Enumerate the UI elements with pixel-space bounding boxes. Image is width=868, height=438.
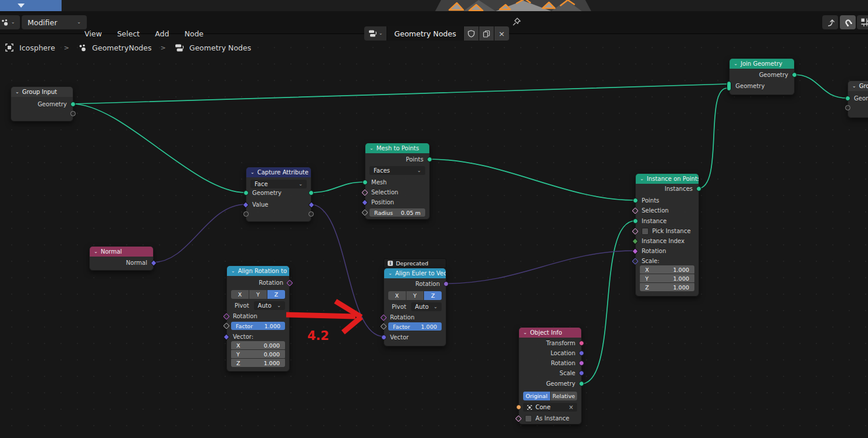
collapse-icon[interactable]: ⌄ (15, 90, 19, 95)
field-label: Y (236, 351, 240, 358)
collapse-icon[interactable]: ⌄ (250, 170, 255, 175)
socket-instances-output[interactable] (696, 186, 701, 191)
node-header[interactable]: ⌄Instance on Points (636, 174, 699, 184)
socket-geometry-output[interactable] (792, 72, 797, 78)
axis-x-button[interactable]: X (231, 290, 249, 299)
node-join-geometry[interactable]: ⌄Join Geometry Geometry Geometry (729, 58, 795, 95)
pivot-dropdown[interactable]: Auto⌄ (411, 302, 442, 311)
vector-y-field[interactable]: Y0.000 (231, 350, 285, 358)
socket-points-output[interactable] (427, 157, 432, 162)
socket-label: Selection (642, 207, 669, 214)
collapse-icon[interactable]: ⌄ (94, 250, 98, 254)
axis-z-button[interactable]: Z (267, 290, 285, 299)
socket-virtual[interactable] (845, 105, 850, 110)
node-header[interactable]: ⌄Align Euler to Vector (384, 268, 446, 278)
breadcrumb-modifier[interactable]: GeometryNodes (92, 43, 151, 52)
axis-y-button[interactable]: Y (249, 290, 267, 299)
socket-geometry-output[interactable] (308, 190, 314, 196)
editor-corner-tab[interactable] (0, 0, 62, 11)
socket-scale-output[interactable] (579, 370, 584, 376)
scale-z-field[interactable]: Z1.000 (640, 283, 694, 291)
node-normal[interactable]: ⌄Normal Normal (89, 246, 154, 271)
socket-transform-output[interactable] (579, 341, 584, 346)
vector-z-field[interactable]: Z1.000 (231, 359, 285, 367)
socket-rotation-output[interactable] (579, 360, 584, 366)
field-value: 1.000 (264, 360, 280, 366)
factor-slider[interactable]: Factor 1.000 (231, 322, 285, 330)
node-header[interactable]: ⌄Normal (90, 247, 153, 257)
socket-geometry-output[interactable] (579, 381, 584, 386)
axis-y-button[interactable]: Y (406, 291, 424, 300)
domain-value: Face (255, 181, 268, 187)
node-align-rotation-to-vector[interactable]: ⌄Align Rotation to Ve... Rotation X Y Z … (226, 265, 290, 372)
node-header[interactable]: ⌄Group (848, 81, 868, 91)
node-header[interactable]: ⌄Object Info (519, 328, 581, 338)
as-instance-checkbox[interactable] (525, 415, 532, 422)
node-header[interactable]: ⌄Align Rotation to Ve... (227, 266, 289, 276)
output-geometry-row: Geometry (730, 70, 794, 80)
node-mesh-to-points[interactable]: ⌄Mesh to Points Points Faces⌄ Mesh Selec… (365, 143, 430, 220)
editor-type-button[interactable]: ⌄ (0, 15, 20, 29)
node-instance-on-points[interactable]: ⌄Instance on Points Instances Points Sel… (635, 173, 699, 297)
socket-geometry-input[interactable] (845, 96, 850, 101)
mode-dropdown[interactable]: Faces⌄ (369, 166, 425, 175)
go-to-parent-tree-button[interactable] (822, 15, 838, 29)
socket-virtual[interactable] (308, 211, 314, 217)
overlays-button[interactable] (857, 15, 868, 29)
scale-y-field[interactable]: Y1.000 (640, 274, 694, 282)
socket-rotation-output[interactable] (443, 281, 449, 287)
pick-instance-checkbox[interactable] (642, 228, 649, 235)
snap-toggle-button[interactable] (840, 15, 856, 29)
node-object-info[interactable]: ⌄Object Info Transform Location Rotation… (518, 327, 582, 424)
factor-slider[interactable]: Factor 1.000 (388, 322, 442, 331)
close-icon[interactable]: × (569, 404, 574, 410)
shader-type-dropdown[interactable]: Modifier ⌄ (22, 15, 87, 29)
socket-instance-input[interactable] (633, 218, 638, 224)
axis-z-button[interactable]: Z (424, 291, 442, 300)
socket-location-output[interactable] (579, 351, 584, 356)
node-align-euler-to-vector[interactable]: ⌄Align Euler to Vector Rotation X Y Z Pi… (384, 268, 446, 346)
pin-icon[interactable] (511, 17, 521, 27)
socket-points-input[interactable] (633, 198, 638, 203)
socket-virtual[interactable] (70, 111, 76, 116)
socket-geometry-input[interactable] (243, 190, 249, 196)
node-header[interactable]: ⌄Capture Attribute (246, 167, 311, 177)
node-group-input[interactable]: ⌄Group Input Geometry (11, 86, 73, 122)
original-button[interactable]: Original (523, 392, 550, 400)
breadcrumb-object[interactable]: Icosphere (19, 43, 55, 52)
collapse-icon[interactable]: ⌄ (734, 62, 738, 66)
node-capture-attribute[interactable]: ⌄Capture Attribute Face⌄ Geometry Value (246, 167, 311, 222)
input-selection-row: Selection (636, 205, 699, 215)
socket-virtual[interactable] (243, 211, 249, 217)
collapse-icon[interactable]: ⌄ (231, 269, 235, 274)
axis-x-button[interactable]: X (388, 291, 406, 300)
socket-label: Vector (390, 334, 409, 341)
domain-dropdown[interactable]: Face⌄ (250, 180, 307, 188)
relative-button[interactable]: Relative (551, 392, 578, 400)
breadcrumb-tree[interactable]: Geometry Nodes (189, 43, 251, 52)
collapse-icon[interactable]: ⌄ (640, 177, 644, 181)
deprecated-banner: i Deprecated (384, 258, 446, 268)
node-header[interactable]: ⌄Group Input (11, 87, 73, 97)
output-scale-row: Scale (519, 368, 581, 378)
radius-slider[interactable]: Radius 0.05 m (369, 208, 425, 217)
collapse-icon[interactable]: ⌄ (388, 271, 392, 276)
object-field[interactable]: Cone × (523, 403, 577, 412)
collapse-icon[interactable]: ⌄ (369, 146, 374, 151)
socket-mesh-input[interactable] (362, 180, 368, 185)
node-group-output[interactable]: ⌄Group Geometry (847, 80, 868, 118)
socket-object-input[interactable] (516, 405, 521, 410)
collapse-icon[interactable]: ⌄ (852, 84, 856, 89)
node-title: Normal (101, 248, 122, 255)
collapse-icon[interactable]: ⌄ (523, 331, 527, 335)
factor-value: 1.000 (421, 324, 437, 330)
node-header[interactable]: ⌄Join Geometry (730, 59, 794, 69)
socket-vector-input[interactable] (381, 335, 386, 340)
vector-x-field[interactable]: X0.000 (231, 341, 285, 349)
pivot-dropdown[interactable]: Auto⌄ (254, 301, 285, 310)
socket-geometry-multi-input[interactable] (727, 81, 731, 91)
scale-x-field[interactable]: X1.000 (640, 265, 694, 274)
viewport-strip (0, 0, 868, 12)
socket-geometry-output[interactable] (70, 102, 76, 107)
node-header[interactable]: ⌄Mesh to Points (365, 143, 429, 153)
